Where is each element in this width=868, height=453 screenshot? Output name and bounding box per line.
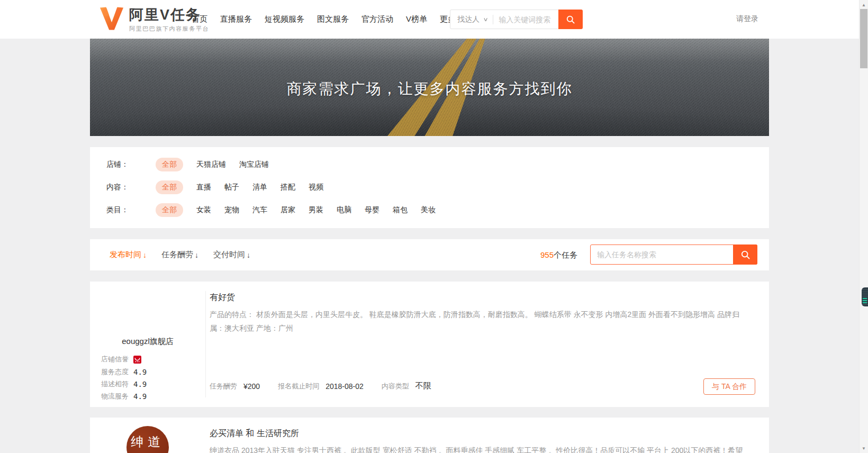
sort-delivery-time[interactable]: 交付时间 ↓ xyxy=(213,250,250,260)
task-card: eouggzl旗舰店 店铺信誉 服务态度 4.9 描述相符 4.9 物流服务 4… xyxy=(90,282,769,407)
nav-live-service[interactable]: 直播服务 xyxy=(220,14,252,24)
hero-banner: 商家需求广场，让更多内容服务方找到你 xyxy=(90,39,769,136)
filter-label: 类目： xyxy=(106,205,156,215)
task-description: 绅道衣品 2013年入驻天猫 专注男士西裤 。此款版型 宽松舒适 不勒裆 。面料… xyxy=(210,443,744,453)
nav-short-video-service[interactable]: 短视频服务 xyxy=(265,14,304,24)
filter-option[interactable]: 搭配 xyxy=(281,183,295,192)
task-title[interactable]: 必买清单 和 生活研究所 xyxy=(210,428,299,439)
meta-deadline: 报名截止时间 2018-08-02 xyxy=(278,382,364,391)
deadline-label: 报名截止时间 xyxy=(278,382,319,391)
filter-option[interactable]: 母婴 xyxy=(365,205,379,215)
sort-task-reward[interactable]: 任务酬劳 ↓ xyxy=(161,250,198,260)
reputation-label: 店铺信誉 xyxy=(101,355,129,364)
task-search-box xyxy=(590,244,757,265)
content-type-label: 内容类型 xyxy=(382,382,409,391)
header-search-button[interactable] xyxy=(558,10,583,29)
filter-option[interactable]: 汽车 xyxy=(252,205,267,215)
task-meta-row: 任务酬劳 ¥200 报名截止时间 2018-08-02 内容类型 不限 xyxy=(210,381,449,391)
rating-label: 物流服务 xyxy=(101,392,129,401)
filter-option[interactable]: 男装 xyxy=(309,205,323,215)
filter-option[interactable]: 清单 xyxy=(252,183,267,192)
page-scrollbar[interactable]: ▲ ▼ xyxy=(859,0,868,453)
deadline-value: 2018-08-02 xyxy=(326,382,364,391)
cooperate-button[interactable]: 与 TA 合作 xyxy=(703,378,755,395)
top-navbar: 阿里V任务 阿里巴巴旗下内容服务平台 首页 直播服务 短视频服务 图文服务 官方… xyxy=(0,0,859,39)
main-nav: 首页 直播服务 短视频服务 图文服务 官方活动 V榜单 更多 ∨ xyxy=(192,0,462,39)
rating-row: 物流服务 4.9 xyxy=(101,392,147,401)
search-icon xyxy=(740,250,751,260)
filter-option[interactable]: 天猫店铺 xyxy=(196,160,226,169)
filter-option[interactable]: 宠物 xyxy=(224,205,239,215)
reward-label: 任务酬劳 xyxy=(210,382,237,391)
store-reputation-row: 店铺信誉 xyxy=(101,355,141,364)
chevron-down-icon: ∨ xyxy=(483,16,489,22)
rating-label: 服务态度 xyxy=(101,367,129,377)
filter-label: 内容： xyxy=(106,183,156,192)
filter-row-shop: 店铺： 全部 天猫店铺 淘宝店铺 xyxy=(106,157,269,171)
arrow-down-icon: ↓ xyxy=(195,251,198,259)
filter-panel: 店铺： 全部 天猫店铺 淘宝店铺 内容： 全部 直播 帖子 清单 搭配 视频 类… xyxy=(90,147,769,228)
rating-value: 4.9 xyxy=(133,392,147,401)
reward-value: ¥200 xyxy=(243,382,260,391)
nav-home[interactable]: 首页 xyxy=(192,14,207,24)
sort-label: 发布时间 xyxy=(110,250,141,260)
filter-option[interactable]: 女装 xyxy=(196,205,211,215)
store-name[interactable]: eouggzl旗舰店 xyxy=(90,337,205,347)
banner-title: 商家需求广场，让更多内容服务方找到你 xyxy=(90,79,769,99)
login-link[interactable]: 请登录 xyxy=(736,14,758,24)
arrow-down-icon: ↓ xyxy=(247,251,250,259)
filter-row-content: 内容： 全部 直播 帖子 清单 搭配 视频 xyxy=(106,180,323,194)
filter-option[interactable]: 箱包 xyxy=(393,205,408,215)
filter-option[interactable]: 居家 xyxy=(281,205,295,215)
filter-option[interactable]: 美妆 xyxy=(421,205,436,215)
filter-option-active[interactable]: 全部 xyxy=(156,180,183,194)
filter-label: 店铺： xyxy=(106,160,156,169)
sort-toolbar: 发布时间 ↓ 任务酬劳 ↓ 交付时间 ↓ 955个任务 xyxy=(90,239,769,270)
rating-row: 描述相符 4.9 xyxy=(101,379,147,389)
search-category-label: 找达人 xyxy=(457,15,480,24)
task-count-number: 955 xyxy=(540,250,554,259)
rating-row: 服务态度 4.9 xyxy=(101,367,147,377)
nav-official-activity[interactable]: 官方活动 xyxy=(361,14,393,24)
store-avatar[interactable]: 绅道 xyxy=(126,426,169,453)
sort-publish-time[interactable]: 发布时间 ↓ xyxy=(110,250,147,260)
task-search-button[interactable] xyxy=(733,244,757,265)
filter-option[interactable]: 淘宝店铺 xyxy=(239,160,269,169)
scrollbar-thumb[interactable] xyxy=(860,9,867,68)
meta-content-type: 内容类型 不限 xyxy=(382,381,431,391)
sort-label: 任务酬劳 xyxy=(161,250,193,260)
filter-option[interactable]: 直播 xyxy=(196,183,211,192)
task-card: 绅道 必买清单 和 生活研究所 绅道衣品 2013年入驻天猫 专注男士西裤 。此… xyxy=(90,418,769,453)
tmall-icon xyxy=(133,356,141,364)
rating-label: 描述相符 xyxy=(101,379,129,389)
side-panel-handle-stripes xyxy=(863,298,867,304)
brand-v-icon xyxy=(100,7,124,31)
filter-option[interactable]: 视频 xyxy=(309,183,323,192)
filter-row-category: 类目： 全部 女装 宠物 汽车 居家 男装 电脑 母婴 箱包 美妆 xyxy=(106,203,436,217)
side-panel-handle[interactable] xyxy=(862,287,868,306)
scroll-up-arrow-icon[interactable]: ▲ xyxy=(860,1,868,9)
rating-value: 4.9 xyxy=(133,368,147,376)
filter-option-active[interactable]: 全部 xyxy=(156,203,183,217)
nav-v-ranking[interactable]: V榜单 xyxy=(406,14,427,24)
divider xyxy=(205,291,206,397)
rating-value: 4.9 xyxy=(133,380,147,388)
sort-label: 交付时间 xyxy=(213,250,245,260)
search-category-dropdown[interactable]: 找达人 ∨ xyxy=(450,15,493,24)
task-search-input[interactable] xyxy=(591,250,733,259)
search-icon xyxy=(566,15,575,24)
task-title[interactable]: 有好货 xyxy=(210,292,235,303)
nav-article-service[interactable]: 图文服务 xyxy=(317,14,349,24)
header-search-box: 找达人 ∨ xyxy=(450,10,583,29)
task-count-suffix: 个任务 xyxy=(554,250,577,259)
arrow-down-icon: ↓ xyxy=(143,251,147,259)
scroll-down-arrow-icon[interactable]: ▼ xyxy=(860,444,868,452)
keyword-search-input[interactable] xyxy=(493,15,558,24)
filter-option[interactable]: 帖子 xyxy=(224,183,239,192)
meta-reward: 任务酬劳 ¥200 xyxy=(210,382,260,391)
task-description: 产品的特点： 材质外面是头层，内里头层牛皮。 鞋底是橡胶防滑大底，防滑指数高，耐… xyxy=(210,307,744,335)
filter-option-active[interactable]: 全部 xyxy=(156,158,183,171)
filter-option[interactable]: 电脑 xyxy=(337,205,351,215)
task-count: 955个任务 xyxy=(540,250,577,260)
content-type-value: 不限 xyxy=(415,381,431,391)
